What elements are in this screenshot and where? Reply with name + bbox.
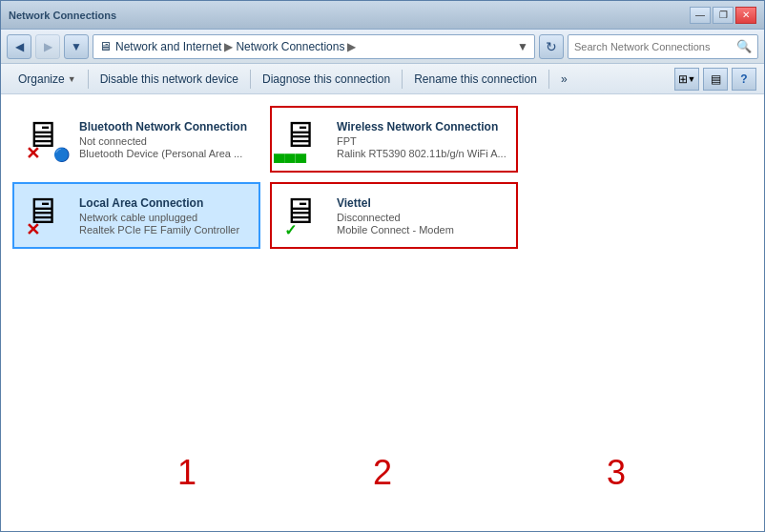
breadcrumb-dropdown[interactable]: ▼ <box>517 40 528 53</box>
check-status-icon: ✓ <box>284 221 297 239</box>
handwritten-number-2: 2 <box>373 453 392 493</box>
status-overlay: ✕ <box>24 145 41 162</box>
wifi-bars-icon: ▄▄▄ <box>274 145 306 162</box>
view-icon: ▤ <box>711 72 721 86</box>
title-bar: Network Connections — ❐ ✕ <box>1 1 764 30</box>
viettel-status: Disconnected <box>337 212 507 223</box>
toolbar-right: ⊞ ▼ ▤ ? <box>674 68 756 91</box>
local-details: Local Area Connection Network cable unpl… <box>79 196 249 235</box>
view-toggle-button[interactable]: ▤ <box>703 68 728 91</box>
back-button[interactable]: ◀ <box>7 34 31 59</box>
network-connections-window: Network Connections — ❐ ✕ ◀ ▶ ▼ 🖥 Networ… <box>0 0 765 532</box>
arrange-icon: ⊞ <box>678 72 688 86</box>
window-title: Network Connections <box>9 10 690 21</box>
connection-viettel[interactable]: 🖥 ✓ Viettel Disconnected Mobile Connect … <box>270 182 518 249</box>
help-icon: ? <box>740 72 747 86</box>
wireless-status: FPT <box>337 135 507 147</box>
breadcrumb-icon: 🖥 <box>99 39 112 53</box>
viettel-device: Mobile Connect - Modem <box>337 224 507 235</box>
toolbar-separator-4 <box>548 70 549 89</box>
breadcrumb-network[interactable]: Network and Internet <box>115 40 221 53</box>
connection-local[interactable]: 🖥 ✕ Local Area Connection Network cable … <box>12 182 260 249</box>
organize-button[interactable]: Organize ▼ <box>9 67 86 92</box>
dropdown-button[interactable]: ▼ <box>64 34 89 59</box>
local-name: Local Area Connection <box>79 196 249 210</box>
wireless-details: Wireless Network Connection FPT Ralink R… <box>337 120 507 159</box>
breadcrumb-sep-2: ▶ <box>347 40 356 53</box>
viettel-details: Viettel Disconnected Mobile Connect - Mo… <box>337 196 507 235</box>
restore-button[interactable]: ❐ <box>713 7 734 24</box>
breadcrumb-bar: 🖥 Network and Internet ▶ Network Connect… <box>93 34 535 59</box>
handwritten-number-3: 3 <box>607 453 626 493</box>
forward-button[interactable]: ▶ <box>35 34 60 59</box>
disable-button[interactable]: Disable this network device <box>91 67 248 92</box>
connection-wireless[interactable]: 🖥 ▄▄▄ Wireless Network Connection FPT Ra… <box>270 106 518 173</box>
close-button[interactable]: ✕ <box>735 7 756 24</box>
x-status-icon: ✕ <box>26 143 40 164</box>
viettel-name: Viettel <box>337 196 507 210</box>
help-button[interactable]: ? <box>732 68 756 91</box>
toolbar-separator-2 <box>250 70 251 89</box>
search-icon: 🔍 <box>736 39 752 53</box>
bluetooth-details: Bluetooth Network Connection Not connect… <box>79 120 249 159</box>
breadcrumb-sep-1: ▶ <box>224 40 233 53</box>
wifi-status-overlay: ▄▄▄ <box>281 145 299 162</box>
bluetooth-connection-icon: 🖥 ✕ 🔵 <box>24 116 70 162</box>
breadcrumb-connections[interactable]: Network Connections <box>236 40 344 53</box>
organize-arrow: ▼ <box>68 74 76 84</box>
arrange-icons-button[interactable]: ⊞ ▼ <box>674 68 699 91</box>
arrange-dropdown: ▼ <box>688 74 696 84</box>
wireless-connection-icon: 🖥 ▄▄▄ <box>281 116 327 162</box>
handwritten-number-1: 1 <box>177 453 196 493</box>
content-area: 🖥 ✕ 🔵 Bluetooth Network Connection Not c… <box>1 94 764 531</box>
toolbar: Organize ▼ Disable this network device D… <box>1 64 764 94</box>
bluetooth-status: Not connected <box>79 135 249 147</box>
bluetooth-name: Bluetooth Network Connection <box>79 120 249 133</box>
diagnose-button[interactable]: Diagnose this connection <box>253 67 400 92</box>
refresh-button[interactable]: ↻ <box>539 34 564 59</box>
bluetooth-device: Bluetooth Device (Personal Area ... <box>79 148 249 159</box>
viettel-status-overlay: ✓ <box>281 221 299 238</box>
toolbar-separator-3 <box>402 70 403 89</box>
minimize-button[interactable]: — <box>690 7 711 24</box>
local-connection-icon: 🖥 ✕ <box>24 193 70 238</box>
more-button[interactable]: » <box>551 67 577 92</box>
viettel-connection-icon: 🖥 ✓ <box>281 193 327 238</box>
address-bar: ◀ ▶ ▼ 🖥 Network and Internet ▶ Network C… <box>1 30 764 64</box>
x-status-local-icon: ✕ <box>26 219 40 240</box>
rename-button[interactable]: Rename this connection <box>404 67 547 92</box>
search-box: 🔍 <box>568 34 758 59</box>
local-status: Network cable unplugged <box>79 212 249 223</box>
window-controls: — ❐ ✕ <box>690 7 756 24</box>
toolbar-separator-1 <box>88 70 89 89</box>
organize-label: Organize <box>18 72 65 86</box>
wireless-name: Wireless Network Connection <box>337 120 507 133</box>
connections-grid: 🖥 ✕ 🔵 Bluetooth Network Connection Not c… <box>12 106 753 249</box>
local-device: Realtek PCIe FE Family Controller <box>79 224 249 235</box>
connection-bluetooth[interactable]: 🖥 ✕ 🔵 Bluetooth Network Connection Not c… <box>12 106 260 173</box>
wireless-device: Ralink RT5390 802.11b/g/n WiFi A... <box>337 148 507 159</box>
bluetooth-badge-icon: 🔵 <box>53 147 70 162</box>
local-status-overlay: ✕ <box>24 221 41 238</box>
search-input[interactable] <box>574 41 736 52</box>
